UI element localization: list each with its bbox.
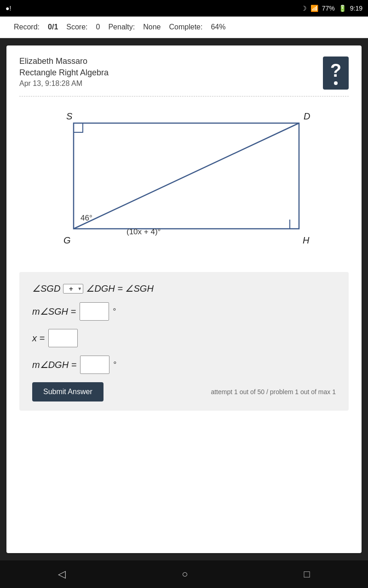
angle-10x4: (10x + 4)° xyxy=(126,227,161,236)
m-dgh-row: m∠DGH = ° xyxy=(32,356,336,374)
score-value: 0 xyxy=(96,23,100,31)
angle-46: 46° xyxy=(80,214,92,222)
submit-row: Submit Answer attempt 1 out of 50 / prob… xyxy=(32,382,336,401)
operator-select[interactable]: + − × xyxy=(64,285,77,293)
attempt-text: attempt 1 out of 50 / problem 1 out of m… xyxy=(211,388,336,396)
m-dgh-input[interactable] xyxy=(80,356,109,374)
record-label: Record: xyxy=(14,23,40,31)
submit-button[interactable]: Submit Answer xyxy=(32,382,104,401)
geometry-figure: S D G H 46° (10x + 4)° xyxy=(55,105,313,261)
operator-wrapper[interactable]: + − × ▼ xyxy=(63,284,83,294)
penalty-value: None xyxy=(143,23,161,31)
answer-box: ∠SGD + − × ▼ ∠DGH = ∠SGH m∠SGH = ° x = xyxy=(19,272,349,411)
time-display: 9:19 xyxy=(350,5,362,12)
problem-date: Apr 13, 9:18:28 AM xyxy=(19,79,109,88)
m-sgh-label: m∠SGH = xyxy=(32,306,76,317)
x-input[interactable] xyxy=(48,329,78,347)
svg-line-1 xyxy=(74,123,299,229)
battery-icon: 🔋 xyxy=(339,5,346,12)
eq-part1: ∠SGD xyxy=(32,283,60,294)
label-g: G xyxy=(63,235,71,245)
degree-2: ° xyxy=(113,360,116,370)
status-right: ☽ 📶 77% 🔋 9:19 xyxy=(301,5,362,12)
degree-1: ° xyxy=(113,307,116,317)
m-sgh-input[interactable] xyxy=(80,302,109,321)
equation-row: ∠SGD + − × ▼ ∠DGH = ∠SGH xyxy=(32,283,336,294)
complete-label: Complete: xyxy=(169,23,203,31)
home-button[interactable]: ○ xyxy=(172,565,197,584)
dropdown-arrow-icon: ▼ xyxy=(77,286,82,291)
main-card: Elizabeth Massaro Rectangle Right Algebr… xyxy=(6,45,362,553)
status-bar: ●! ☽ 📶 77% 🔋 9:19 xyxy=(0,0,368,17)
record-bar: Record: 0/1 Score: 0 Penalty: None Compl… xyxy=(0,17,368,38)
card-title-block: Elizabeth Massaro Rectangle Right Algebr… xyxy=(19,57,109,88)
label-s: S xyxy=(66,111,73,121)
eq-part2: ∠DGH = ∠SGH xyxy=(86,283,154,294)
status-left: ●! xyxy=(6,5,11,12)
m-dgh-label: m∠DGH = xyxy=(32,359,76,370)
wifi-icon: 📶 xyxy=(310,5,318,12)
label-h: H xyxy=(303,235,310,245)
help-dot xyxy=(334,81,338,85)
moon-icon: ☽ xyxy=(301,5,307,12)
penalty-label: Penalty: xyxy=(108,23,135,31)
battery-text: 77% xyxy=(322,5,335,12)
student-name: Elizabeth Massaro xyxy=(19,57,109,66)
divider xyxy=(19,96,349,96)
x-label: x = xyxy=(32,333,45,344)
app-icon: ●! xyxy=(6,5,11,12)
complete-value: 64% xyxy=(211,23,225,31)
problem-title: Rectangle Right Algebra xyxy=(19,68,109,78)
nav-bar: ◁ ○ □ xyxy=(0,560,368,588)
x-row: x = xyxy=(32,329,336,347)
score-label: Score: xyxy=(66,23,87,31)
recents-button[interactable]: □ xyxy=(295,565,319,584)
help-question-mark: ? xyxy=(330,61,341,79)
label-d: D xyxy=(304,111,310,121)
card-header: Elizabeth Massaro Rectangle Right Algebr… xyxy=(19,57,349,90)
back-button[interactable]: ◁ xyxy=(49,565,75,584)
figure-container: S D G H 46° (10x + 4)° xyxy=(19,105,349,261)
m-sgh-row: m∠SGH = ° xyxy=(32,302,336,321)
record-value: 0/1 xyxy=(48,23,58,31)
help-button[interactable]: ? xyxy=(323,57,349,90)
